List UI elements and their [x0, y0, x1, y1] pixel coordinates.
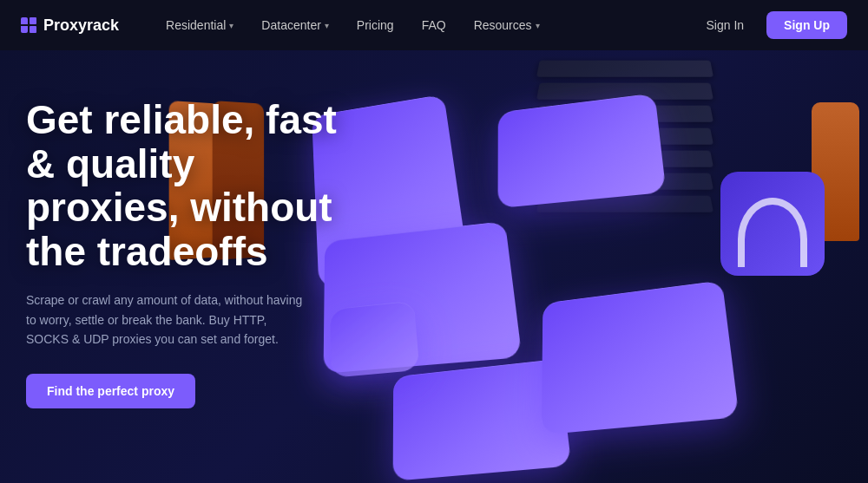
box-stack [538, 59, 712, 217]
signup-button[interactable]: Sign Up [766, 11, 847, 39]
nav-links: Residential ▾ Datacenter ▾ Pricing FAQ R… [154, 13, 694, 37]
box-layer-7 [536, 196, 713, 212]
box-layer-6 [536, 173, 713, 190]
hero-subtitle: Scrape or crawl any amount of data, with… [26, 290, 312, 349]
hero-content: Get reliable, fast & quality proxies, wi… [26, 98, 347, 408]
box-layer-1 [536, 61, 713, 77]
box-layer-3 [536, 106, 713, 122]
nav-link-resources[interactable]: Resources ▾ [462, 13, 552, 37]
chair-right [764, 102, 868, 258]
arch-inner [738, 198, 807, 267]
hero-arch-tile [720, 172, 825, 276]
hero-cta-button[interactable]: Find the perfect proxy [26, 374, 195, 408]
hero-tile-2 [324, 221, 523, 374]
hero-section: Get reliable, fast & quality proxies, wi… [0, 50, 868, 483]
logo-text: Proxyrack [43, 16, 119, 35]
navbar: Proxyrack Residential ▾ Datacenter ▾ Pri… [0, 0, 868, 50]
logo-icon [21, 17, 36, 33]
chevron-down-icon: ▾ [325, 21, 329, 30]
hero-tile-4 [498, 93, 667, 208]
hero-tile-3 [393, 359, 572, 481]
nav-link-datacenter[interactable]: Datacenter ▾ [249, 13, 340, 37]
logo[interactable]: Proxyrack [21, 16, 119, 35]
chair-right-back [812, 102, 859, 241]
hero-tile-5 [542, 280, 740, 434]
box-layer-5 [536, 151, 713, 167]
signin-button[interactable]: Sign In [694, 13, 757, 37]
nav-link-faq[interactable]: FAQ [410, 13, 458, 37]
nav-right: Sign In Sign Up [694, 11, 847, 39]
box-layer-2 [536, 83, 713, 100]
hero-title: Get reliable, fast & quality proxies, wi… [26, 98, 347, 273]
chevron-down-icon: ▾ [536, 21, 540, 30]
nav-link-pricing[interactable]: Pricing [345, 13, 406, 37]
nav-link-residential[interactable]: Residential ▾ [154, 13, 246, 37]
box-layer-4 [536, 128, 713, 145]
chevron-down-icon: ▾ [229, 21, 233, 30]
